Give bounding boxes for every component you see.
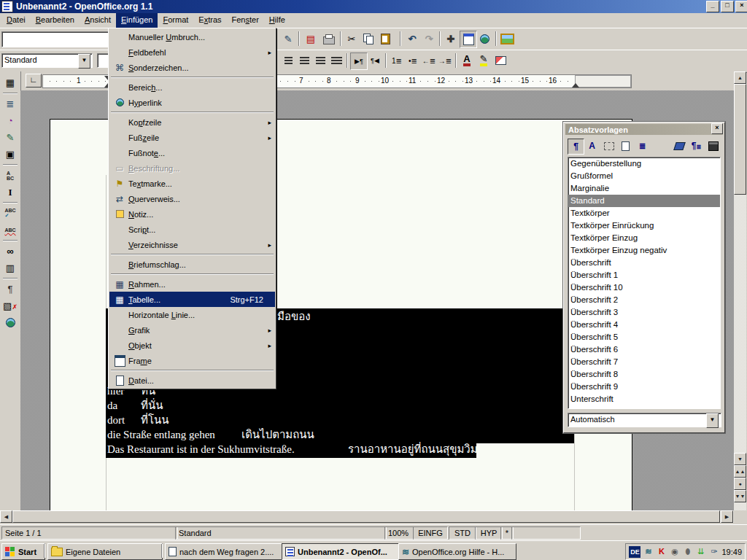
style-list-item[interactable]: Überschrift 4	[568, 319, 720, 331]
paragraph-styles-button[interactable]: ¶	[568, 139, 584, 155]
style-combo-arrow-icon[interactable]: ▼	[78, 54, 90, 69]
next-page-icon[interactable]: ▼▼	[734, 490, 746, 502]
style-list-item-selected[interactable]: Standard	[568, 195, 720, 207]
menu-item-fussnote[interactable]: Fußnote...	[109, 145, 275, 160]
scroll-left-icon[interactable]: ◀	[0, 510, 12, 523]
undo-button[interactable]: ↶	[404, 31, 420, 47]
align-center-button[interactable]	[296, 52, 312, 69]
document-text-line[interactable]: da ที่นั่น	[107, 398, 163, 413]
insert-object-button[interactable]: ◔	[1, 112, 19, 129]
horizontal-scrollbar[interactable]: ◀ ▶	[0, 510, 734, 523]
menu-item-tabelle[interactable]: ▦Tabelle...Strg+F12	[109, 292, 275, 307]
language-indicator[interactable]: DE	[629, 546, 640, 558]
fill-format-mode-button[interactable]	[672, 139, 687, 153]
menu-fenster[interactable]: Fenster	[227, 13, 264, 28]
menu-format[interactable]: Format	[158, 13, 193, 28]
task-openoffice-hilfe[interactable]: ≋ OpenOffice.org Hilfe - H...	[398, 543, 516, 560]
document-text-line[interactable]: มือของ	[277, 309, 310, 324]
zoom-status[interactable]: 100%	[384, 526, 414, 540]
selection-mode-status[interactable]: STD	[449, 526, 476, 540]
direct-cursor-button[interactable]: I	[1, 184, 19, 201]
filter-combo-arrow-icon[interactable]: ▼	[706, 413, 719, 428]
print-button[interactable]	[321, 31, 337, 47]
style-list-item[interactable]: Textkörper Einrückung	[568, 219, 720, 232]
navigator-button[interactable]: ✚	[443, 31, 459, 47]
horizontal-scroll-thumb[interactable]	[12, 510, 720, 523]
task-eigene-dateien[interactable]: Eigene Dateien	[47, 543, 163, 560]
menu-item-script[interactable]: Script...	[109, 222, 275, 237]
document-text-line[interactable]: dort ที่โนน	[107, 413, 169, 427]
gallery-button[interactable]	[499, 31, 515, 47]
scroll-right-icon[interactable]: ▶	[721, 510, 733, 523]
menu-item-datei[interactable]: Datei...	[109, 373, 275, 388]
justify-button[interactable]	[328, 52, 344, 69]
menu-extras[interactable]: Extras	[193, 13, 226, 28]
menu-item-fusszeile[interactable]: Fußzeile▸	[109, 130, 275, 145]
style-list-item[interactable]: Überschrift 5	[568, 331, 720, 343]
menu-datei[interactable]: Datei	[1, 13, 31, 28]
graphics-onoff-button[interactable]: ▧✗	[1, 298, 19, 314]
style-list-item[interactable]: Überschrift 1	[568, 269, 720, 281]
menu-item-rahmen[interactable]: ▦Rahmen...	[109, 276, 275, 292]
stylist-title-bar[interactable]: Absatzvorlagen	[565, 124, 723, 135]
start-button[interactable]: Start	[1, 543, 45, 560]
menu-item-textmarke[interactable]: ⚑Textmarke...	[109, 176, 275, 191]
menu-item-hyperlink[interactable]: Hyperlink	[109, 95, 275, 110]
rtl-direction-button[interactable]: ¶◀	[367, 52, 383, 69]
close-button[interactable]: ×	[735, 1, 747, 12]
style-list-item[interactable]: Überschrift 6	[568, 343, 720, 356]
menu-einfuegen[interactable]: Einfügen	[116, 13, 158, 28]
stylist-button[interactable]	[460, 31, 477, 48]
task-unbenannt2-active[interactable]: Unbenannt2 - OpenOf...	[282, 543, 400, 560]
style-list-item[interactable]: Überschrift 3	[568, 306, 720, 319]
menu-item-notiz[interactable]: Notiz...	[109, 206, 275, 222]
style-list-item[interactable]: Überschrift 7	[568, 356, 720, 368]
form-functions-button[interactable]: ▣	[1, 146, 19, 163]
paragraph-background-button[interactable]	[492, 52, 508, 69]
style-list-item[interactable]: Gegenüberstellung	[568, 158, 720, 170]
antivirus-icon[interactable]: K	[656, 546, 667, 557]
page-styles-button[interactable]	[618, 139, 633, 153]
insert-fields-button[interactable]: ≣	[1, 96, 19, 112]
style-list-item[interactable]: Überschrift 8	[568, 368, 720, 381]
style-list[interactable]: Gegenüberstellung Grußformel Marginalie …	[568, 157, 721, 409]
insert-table-button[interactable]: ▦	[1, 74, 19, 91]
character-styles-button[interactable]: A	[584, 139, 600, 153]
vertical-scroll-thumb[interactable]	[734, 84, 746, 195]
style-list-item[interactable]: Überschrift 10	[568, 281, 720, 294]
document-text-line[interactable]: Das Restaurant ist in der Sukhumvitstraß…	[107, 442, 478, 456]
menu-ansicht[interactable]: Ansicht	[80, 13, 116, 28]
insert-mode-status[interactable]: EINFG	[413, 526, 448, 540]
menu-item-bereich[interactable]: Bereich...	[109, 79, 275, 95]
hyperlink-dialog-button[interactable]	[476, 31, 492, 47]
style-list-item[interactable]: Überschrift 2	[568, 294, 720, 306]
document-text-line[interactable]: die Straße entlang gehen เดินไปตามถนน	[107, 427, 314, 442]
menu-item-horizontale-linie[interactable]: Horizontale Linie...	[109, 307, 275, 322]
update-style-button[interactable]	[705, 139, 721, 153]
edit-file-button[interactable]: ✎	[280, 31, 296, 47]
bullet-list-button[interactable]: •≣	[405, 52, 421, 69]
page-style-status[interactable]: Standard	[175, 526, 387, 540]
scroll-up-icon[interactable]: ▲	[734, 71, 746, 84]
navigation-dot-icon[interactable]: ●	[734, 478, 746, 490]
style-list-item[interactable]: Textkörper Einzug	[568, 232, 720, 244]
menu-item-manueller-umbruch[interactable]: Manueller Umbruch...	[109, 29, 275, 44]
export-pdf-button[interactable]: ▤	[303, 31, 319, 47]
menu-hilfe[interactable]: Hilfe	[264, 13, 290, 28]
decrease-indent-button[interactable]: ←≣	[421, 52, 437, 69]
style-list-item[interactable]: Textkörper	[568, 207, 720, 219]
style-list-item[interactable]: Marginalie	[568, 182, 720, 195]
menu-item-kopfzeile[interactable]: Kopfzeile▸	[109, 114, 275, 130]
menu-bearbeiten[interactable]: Bearbeiten	[31, 13, 80, 28]
menu-item-briefumschlag[interactable]: Briefumschlag...	[109, 257, 275, 272]
tab-type-selector[interactable]: ∟	[26, 74, 42, 88]
scroll-down-icon[interactable]: ▼	[734, 453, 746, 465]
cut-button[interactable]: ✂	[344, 31, 360, 47]
quickstarter-icon[interactable]: ≋	[643, 546, 654, 557]
find-button[interactable]: ∞	[1, 243, 19, 260]
align-right-button[interactable]	[312, 52, 328, 69]
volume-icon[interactable]: ◉	[669, 546, 680, 557]
style-list-item[interactable]: Überschrift 9	[568, 381, 720, 393]
redo-button[interactable]: ↷	[421, 31, 437, 47]
hyperlink-mode-status[interactable]: HYP	[475, 526, 503, 540]
